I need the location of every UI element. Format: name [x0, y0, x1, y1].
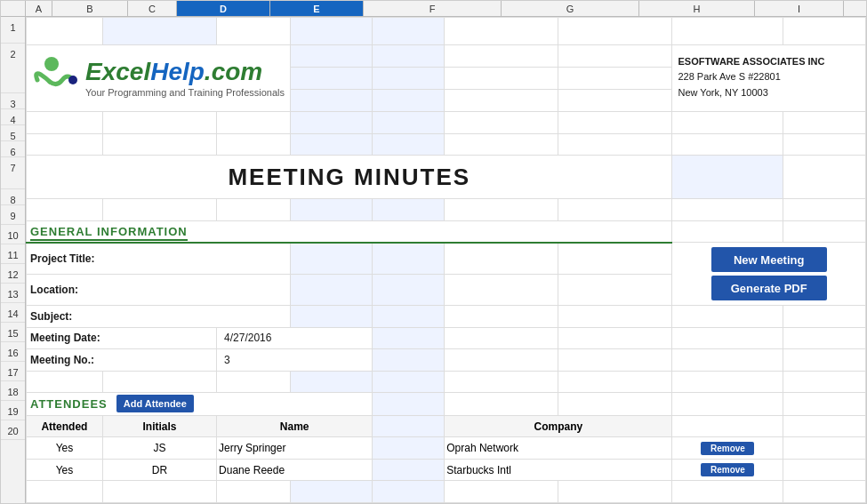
svg-point-1	[68, 76, 77, 84]
attendee-1-attended: Yes	[27, 437, 103, 460]
attendees-label: ATTENDEES	[30, 397, 108, 411]
row-num-17: 17	[1, 362, 25, 381]
subject-label: Subject:	[30, 310, 72, 323]
logo-text: ExcelHelp.com Your Programming and Train…	[85, 59, 285, 99]
logo-cell: ExcelHelp.com Your Programming and Train…	[27, 44, 291, 111]
meeting-no-label: Meeting No.:	[30, 354, 94, 366]
project-title-label: Project Title:	[30, 252, 94, 265]
new-meeting-button[interactable]: New Meeting	[711, 247, 827, 272]
company-address1: 228 Park Ave S #22801	[678, 69, 860, 85]
col-header-name: Name	[217, 415, 373, 437]
row-19: Yes DR Duane Reede Starbucks Intl Remove	[27, 459, 866, 481]
row-16: ATTENDEES Add Attendee	[27, 393, 866, 416]
row-num-2: 2	[1, 44, 25, 93]
meeting-date-value: 4/27/2016	[224, 332, 271, 344]
logo-help: Help	[150, 58, 205, 85]
company-name: ESOFTWARE ASSOCIATES INC	[678, 54, 860, 70]
col-header-company: Company	[445, 415, 672, 437]
company-address2: New York, NY 10003	[678, 85, 860, 101]
row-num-6: 6	[1, 141, 25, 157]
col-header-d[interactable]: D	[177, 1, 270, 16]
meeting-title: MEETING MINUTES	[28, 156, 670, 198]
meeting-date-value-cell[interactable]: 4/27/2016	[217, 327, 373, 349]
col-header-b[interactable]: B	[52, 1, 128, 16]
row-18: Yes JS Jerry Springer Oprah Network Remo…	[27, 437, 866, 460]
add-attendee-button[interactable]: Add Attendee	[116, 395, 194, 412]
row-num-11: 11	[1, 244, 25, 264]
meeting-no-label-cell: Meeting No.:	[27, 349, 217, 372]
location-cell: Location:	[27, 274, 291, 305]
general-info-header-cell: GENERAL INFORMATION	[27, 220, 672, 243]
col-header-i[interactable]: I	[755, 1, 844, 16]
project-title-cell: Project Title:	[27, 243, 291, 274]
remove-attendee-2-button[interactable]: Remove	[701, 463, 754, 476]
row-6	[27, 133, 866, 156]
attendees-header-cell: ATTENDEES Add Attendee	[27, 393, 373, 416]
remove-btn-1-cell: Remove	[672, 437, 783, 460]
meeting-no-value-cell[interactable]: 3	[217, 349, 373, 372]
logo-title: ExcelHelp.com	[85, 59, 285, 86]
attendee-1-initials: JS	[102, 437, 216, 460]
row-14: Meeting No.: 3	[27, 349, 866, 372]
row-1	[27, 18, 866, 45]
row-num-9: 9	[1, 205, 25, 225]
row-num-15: 15	[1, 323, 25, 342]
row-num-12: 12	[1, 264, 25, 284]
attendee-1-company: Oprah Network	[445, 437, 672, 460]
attendees-section: ATTENDEES Add Attendee	[30, 395, 368, 412]
company-info: ESOFTWARE ASSOCIATES INC 228 Park Ave S …	[676, 51, 862, 105]
row-2: ExcelHelp.com Your Programming and Train…	[27, 44, 866, 67]
row-13: Meeting Date: 4/27/2016	[27, 327, 866, 349]
row-num-5: 5	[1, 125, 25, 141]
row-num-18: 18	[1, 381, 25, 401]
row-num-16: 16	[1, 342, 25, 362]
meeting-date-label: Meeting Date:	[30, 332, 100, 344]
cells-area: ExcelHelp.com Your Programming and Train…	[26, 17, 866, 503]
spreadsheet: A B C D E F G H I 1 2 3 4 5 6 7 8 9 10 1…	[0, 0, 867, 504]
col-header-attended: Attended	[27, 415, 103, 437]
row-12: Subject:	[27, 305, 866, 327]
logo-excel: Excel	[85, 58, 150, 85]
action-buttons-cell: New Meeting Generate PDF	[672, 243, 866, 306]
location-label: Location:	[30, 284, 78, 296]
row-7: MEETING MINUTES	[27, 156, 866, 199]
meeting-date-label-cell: Meeting Date:	[27, 327, 217, 349]
col-header-initials: Initials	[102, 415, 216, 437]
column-headers: A B C D E F G H I	[1, 1, 866, 17]
row-num-3: 3	[1, 93, 25, 109]
svg-point-0	[44, 57, 59, 71]
attendee-1-name: Jerry Springer	[217, 437, 373, 460]
attendee-2-attended: Yes	[27, 459, 103, 481]
remove-attendee-1-button[interactable]: Remove	[701, 442, 754, 455]
logo-icon	[32, 55, 78, 101]
col-header-g[interactable]: G	[502, 1, 639, 16]
row-num-8: 8	[1, 189, 25, 205]
row-num-20: 20	[1, 420, 25, 440]
meeting-title-cell: MEETING MINUTES	[27, 156, 672, 199]
logo-subtitle: Your Programming and Training Profession…	[85, 87, 285, 98]
grid-body: 1 2 3 4 5 6 7 8 9 10 11 12 13 14 15 16 1…	[1, 17, 866, 503]
attendee-2-name: Duane Reede	[217, 459, 373, 481]
row-num-1: 1	[1, 17, 25, 44]
logo-dotcom: .com	[205, 58, 262, 85]
row-17: Attended Initials Name Company	[27, 415, 866, 437]
col-header-a[interactable]: A	[26, 1, 52, 16]
col-header-f[interactable]: F	[364, 1, 502, 16]
col-header-c[interactable]: C	[128, 1, 177, 16]
generate-pdf-button[interactable]: Generate PDF	[711, 276, 827, 300]
corner-cell	[1, 1, 26, 16]
general-info-header: GENERAL INFORMATION	[30, 225, 188, 241]
row-10: Project Title: New Meeting Generate PDF	[27, 243, 866, 274]
remove-btn-2-cell: Remove	[672, 459, 783, 481]
col-header-e[interactable]: E	[270, 1, 364, 16]
company-info-cell: ESOFTWARE ASSOCIATES INC 228 Park Ave S …	[672, 44, 866, 111]
meeting-no-value: 3	[224, 354, 230, 366]
row-num-7: 7	[1, 157, 25, 189]
row-9: GENERAL INFORMATION	[27, 220, 866, 243]
attendee-2-company: Starbucks Intl	[445, 459, 672, 481]
row-num-19: 19	[1, 401, 25, 420]
row-8	[27, 199, 866, 221]
row-5	[27, 112, 866, 134]
attendee-2-initials: DR	[102, 459, 216, 481]
col-header-h[interactable]: H	[639, 1, 755, 16]
